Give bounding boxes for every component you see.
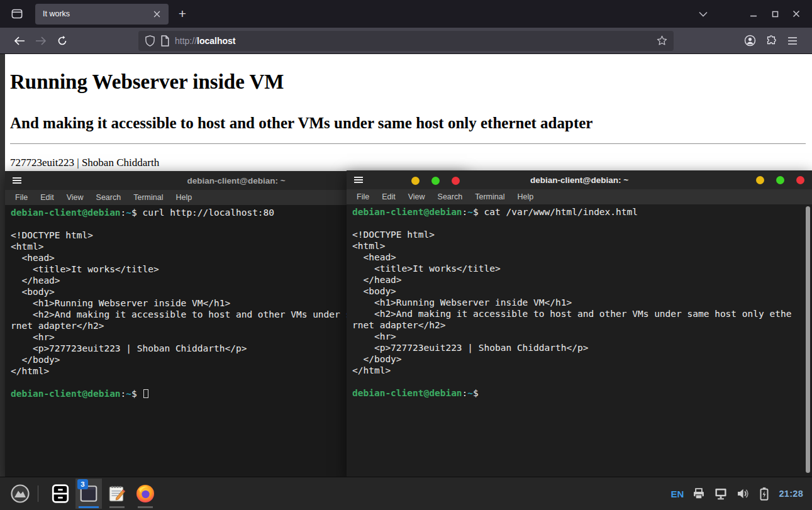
taskbar-app-text-editor[interactable] (104, 479, 130, 509)
terminal-text-line (352, 218, 812, 229)
desktop-edge-strip (0, 54, 5, 477)
terminal-minimize-button[interactable] (411, 177, 420, 185)
file-manager-icon (50, 484, 70, 504)
account-icon[interactable] (739, 31, 760, 51)
forward-icon[interactable] (30, 31, 52, 51)
terminal-menu-edit[interactable]: Edit (375, 192, 402, 201)
reload-icon[interactable] (52, 31, 73, 51)
terminal-prompt-line: debian-client@debian:~$ cat /var/www/htm… (352, 206, 812, 218)
terminal-close-button[interactable] (796, 176, 804, 184)
terminal-scrollbar[interactable] (806, 206, 810, 473)
back-icon[interactable] (9, 31, 30, 51)
terminal-window-buttons (756, 176, 804, 184)
keyboard-layout-indicator[interactable]: EN (671, 489, 684, 499)
browser-navbar: http://localhost (0, 28, 812, 54)
clock[interactable]: 21:28 (779, 489, 803, 499)
terminal-text-line: <h2>And making it accessible to host and… (352, 308, 812, 319)
terminal-text-line: rnet adapter</h2> (352, 319, 812, 331)
list-all-tabs-icon[interactable] (694, 4, 713, 23)
terminal-text-line: <html> (352, 240, 812, 252)
terminal-text-line: <body> (352, 285, 812, 297)
running-app-indicator (138, 506, 153, 508)
tab-close-icon[interactable] (150, 7, 164, 21)
terminal-text-line: <p>727723euit223 | Shoban Chiddarth</p> (352, 342, 812, 353)
page-byline: 727723euit223 | Shoban Chiddarth (10, 157, 806, 169)
terminal-menu-search[interactable]: Search (90, 193, 128, 202)
page-info-icon[interactable] (160, 35, 170, 47)
taskbar-app-firefox[interactable] (132, 479, 159, 509)
url-host: localhost (197, 36, 235, 46)
taskbar-app-terminal[interactable]: 3 (75, 479, 102, 509)
window-count-badge: 3 (77, 479, 88, 489)
terminal-text-line: <hr> (352, 331, 812, 342)
url-scheme: http:// (175, 36, 197, 46)
printer-icon[interactable] (692, 487, 706, 501)
system-tray: EN21:28 (671, 487, 803, 501)
window-maximize-icon[interactable] (765, 4, 784, 23)
running-app-indicator (109, 506, 125, 508)
taskbar-app-file-manager[interactable] (47, 479, 74, 509)
shield-icon[interactable] (145, 35, 155, 47)
volume-icon[interactable] (736, 487, 750, 501)
terminal-text-line: </body> (352, 353, 812, 365)
page-heading: Running Webserver inside VM (10, 70, 806, 94)
browser-tab[interactable]: It works (35, 4, 169, 25)
terminal-text-line: <head> (352, 252, 812, 263)
terminal-window-buttons (411, 177, 460, 185)
desktop-screen: It works + (0, 0, 812, 510)
terminal-menu-help[interactable]: Help (511, 192, 540, 201)
taskbar: 3 EN21:28 (0, 477, 812, 510)
terminal-cursor (143, 389, 148, 398)
text-editor-icon (107, 484, 127, 504)
terminal-menu-file[interactable]: File (9, 193, 34, 202)
terminal-maximize-button[interactable] (431, 177, 440, 185)
terminal-menubar: FileEditViewSearchTerminalHelp (347, 189, 812, 204)
firefox-view-icon[interactable] (6, 4, 28, 24)
terminal-text-line: </head> (352, 274, 812, 285)
terminal-menu-search[interactable]: Search (431, 192, 469, 201)
terminal-menu-edit[interactable]: Edit (34, 193, 60, 202)
battery-charging-icon[interactable] (758, 487, 770, 501)
terminal-menu-view[interactable]: View (60, 193, 90, 202)
url-text: http://localhost (175, 36, 657, 46)
taskbar-separator (38, 485, 38, 502)
terminal-prompt-line: debian-client@debian:~$ (352, 387, 812, 399)
window-close-icon[interactable] (787, 4, 806, 23)
display-icon[interactable] (714, 487, 728, 501)
terminal-menu-terminal[interactable]: Terminal (469, 192, 511, 201)
terminal-menu-file[interactable]: File (350, 192, 375, 201)
new-tab-button[interactable]: + (172, 4, 192, 24)
terminal-maximize-button[interactable] (776, 176, 784, 184)
extensions-puzzle-icon[interactable] (760, 31, 782, 51)
window-minimize-icon[interactable] (744, 4, 763, 23)
url-bar[interactable]: http://localhost (138, 31, 674, 51)
page-subheading: And making it accessible to host and oth… (10, 114, 806, 132)
terminal-output[interactable]: debian-client@debian:~$ cat /var/www/htm… (347, 204, 812, 477)
app-menu-hamburger-icon[interactable] (782, 31, 803, 51)
taskbar-apps: 3 (47, 479, 160, 509)
bookmark-star-icon[interactable] (657, 35, 667, 46)
terminal-text-line: <h1>Running Webserver inside VM</h1> (352, 297, 812, 308)
terminal-text-line: <!DOCTYPE html> (352, 229, 812, 240)
terminal-menu-terminal[interactable]: Terminal (127, 193, 169, 202)
terminal-menu-view[interactable]: View (402, 192, 431, 201)
terminal-menu-help[interactable]: Help (169, 193, 198, 202)
terminal-window-right[interactable]: debian-client@debian: ~ FileEditViewSear… (347, 170, 812, 477)
browser-tabstrip: It works + (0, 0, 812, 28)
terminal-minimize-button[interactable] (756, 176, 764, 184)
terminal-text-line: <title>It works</title> (352, 263, 812, 274)
firefox-icon (135, 483, 156, 504)
terminal-close-button[interactable] (452, 177, 460, 185)
terminal-text-line (352, 376, 812, 387)
terminal-text-line: </html> (352, 365, 812, 376)
tab-title: It works (43, 9, 150, 18)
page-divider (10, 143, 806, 144)
active-app-indicator (79, 506, 99, 508)
applications-menu-icon[interactable] (9, 480, 31, 507)
